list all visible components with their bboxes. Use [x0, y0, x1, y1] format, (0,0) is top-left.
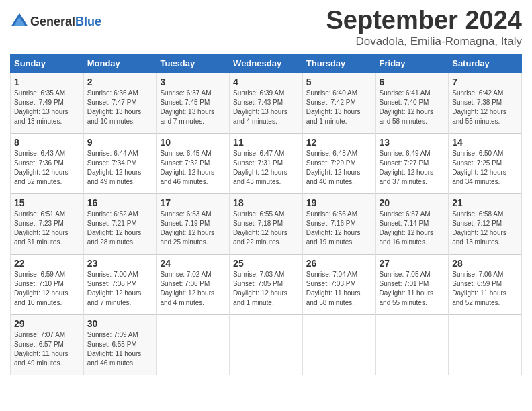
day-number: 23	[87, 258, 153, 269]
day-number: 19	[306, 197, 372, 208]
day-number: 18	[233, 197, 299, 208]
table-row: 11 Sunrise: 6:47 AMSunset: 7:31 PMDaylig…	[230, 133, 303, 193]
table-row: 7 Sunrise: 6:42 AMSunset: 7:38 PMDayligh…	[449, 73, 522, 133]
table-row: 26 Sunrise: 7:04 AMSunset: 7:03 PMDaylig…	[302, 254, 375, 314]
day-number: 28	[452, 258, 518, 269]
table-row: 14 Sunrise: 6:50 AMSunset: 7:25 PMDaylig…	[449, 133, 522, 193]
day-info: Sunrise: 6:55 AMSunset: 7:18 PMDaylight:…	[233, 210, 299, 247]
day-number: 12	[306, 137, 372, 148]
day-info: Sunrise: 7:02 AMSunset: 7:06 PMDaylight:…	[160, 270, 226, 308]
day-number: 8	[14, 137, 80, 148]
day-number: 14	[452, 137, 518, 148]
day-info: Sunrise: 7:09 AMSunset: 6:55 PMDaylight:…	[87, 330, 153, 368]
header-wednesday: Wednesday	[230, 54, 303, 73]
day-number: 22	[14, 258, 80, 269]
day-number: 3	[160, 77, 226, 87]
table-row: 2 Sunrise: 6:36 AMSunset: 7:47 PMDayligh…	[83, 73, 157, 133]
day-info: Sunrise: 6:52 AMSunset: 7:21 PMDaylight:…	[87, 210, 153, 247]
day-number: 11	[233, 137, 299, 148]
day-number: 27	[380, 258, 445, 269]
day-number: 20	[380, 197, 445, 208]
day-number: 1	[14, 77, 80, 87]
weekday-header-row: Sunday Monday Tuesday Wednesday Thursday…	[11, 54, 522, 73]
title-area: September 2024 Dovadola, Emilia-Romagna,…	[326, 7, 523, 48]
calendar-week-row: 29 Sunrise: 7:07 AMSunset: 6:57 PMDaylig…	[11, 314, 522, 375]
day-number: 5	[306, 77, 372, 87]
day-info: Sunrise: 6:37 AMSunset: 7:45 PMDaylight:…	[160, 89, 226, 126]
day-info: Sunrise: 7:07 AMSunset: 6:57 PMDaylight:…	[14, 330, 80, 368]
table-row	[302, 314, 375, 375]
table-row: 10 Sunrise: 6:45 AMSunset: 7:32 PMDaylig…	[157, 133, 230, 193]
table-row: 4 Sunrise: 6:39 AMSunset: 7:43 PMDayligh…	[230, 73, 303, 133]
day-number: 15	[14, 197, 80, 208]
table-row	[449, 314, 522, 375]
table-row: 15 Sunrise: 6:51 AMSunset: 7:23 PMDaylig…	[11, 193, 84, 254]
page-header: GeneralBlue September 2024 Dovadola, Emi…	[10, 7, 522, 48]
logo-icon	[10, 12, 29, 31]
day-number: 2	[87, 77, 153, 87]
table-row: 8 Sunrise: 6:43 AMSunset: 7:36 PMDayligh…	[11, 133, 84, 193]
table-row: 28 Sunrise: 7:06 AMSunset: 6:59 PMDaylig…	[449, 254, 522, 314]
day-info: Sunrise: 7:03 AMSunset: 7:05 PMDaylight:…	[233, 270, 299, 308]
header-tuesday: Tuesday	[157, 54, 230, 73]
calendar-week-row: 22 Sunrise: 6:59 AMSunset: 7:10 PMDaylig…	[11, 254, 522, 314]
table-row	[230, 314, 303, 375]
day-info: Sunrise: 6:58 AMSunset: 7:12 PMDaylight:…	[452, 210, 518, 247]
day-info: Sunrise: 7:05 AMSunset: 7:01 PMDaylight:…	[380, 270, 445, 308]
month-title: September 2024	[326, 7, 523, 35]
day-info: Sunrise: 6:39 AMSunset: 7:43 PMDaylight:…	[233, 89, 299, 126]
day-number: 30	[87, 318, 153, 329]
table-row: 9 Sunrise: 6:44 AMSunset: 7:34 PMDayligh…	[83, 133, 157, 193]
day-number: 29	[14, 318, 80, 329]
day-info: Sunrise: 6:35 AMSunset: 7:49 PMDaylight:…	[14, 89, 80, 126]
table-row: 1 Sunrise: 6:35 AMSunset: 7:49 PMDayligh…	[11, 73, 84, 133]
location-title: Dovadola, Emilia-Romagna, Italy	[326, 35, 523, 48]
header-friday: Friday	[375, 54, 449, 73]
day-info: Sunrise: 6:53 AMSunset: 7:19 PMDaylight:…	[160, 210, 226, 247]
logo-text-general: General	[30, 15, 75, 28]
table-row: 17 Sunrise: 6:53 AMSunset: 7:19 PMDaylig…	[157, 193, 230, 254]
table-row: 16 Sunrise: 6:52 AMSunset: 7:21 PMDaylig…	[83, 193, 157, 254]
table-row: 18 Sunrise: 6:55 AMSunset: 7:18 PMDaylig…	[230, 193, 303, 254]
table-row: 19 Sunrise: 6:56 AMSunset: 7:16 PMDaylig…	[302, 193, 375, 254]
calendar-table: Sunday Monday Tuesday Wednesday Thursday…	[10, 54, 522, 375]
header-sunday: Sunday	[11, 54, 84, 73]
day-info: Sunrise: 6:45 AMSunset: 7:32 PMDaylight:…	[160, 149, 226, 187]
day-info: Sunrise: 7:04 AMSunset: 7:03 PMDaylight:…	[306, 270, 372, 308]
day-info: Sunrise: 6:59 AMSunset: 7:10 PMDaylight:…	[14, 270, 80, 308]
table-row: 12 Sunrise: 6:48 AMSunset: 7:29 PMDaylig…	[302, 133, 375, 193]
day-number: 26	[306, 258, 372, 269]
day-number: 24	[160, 258, 226, 269]
logo: GeneralBlue	[10, 12, 101, 31]
day-info: Sunrise: 6:48 AMSunset: 7:29 PMDaylight:…	[306, 149, 372, 187]
table-row: 30 Sunrise: 7:09 AMSunset: 6:55 PMDaylig…	[83, 314, 157, 375]
day-info: Sunrise: 6:49 AMSunset: 7:27 PMDaylight:…	[380, 149, 445, 187]
day-number: 10	[160, 137, 226, 148]
table-row: 23 Sunrise: 7:00 AMSunset: 7:08 PMDaylig…	[83, 254, 157, 314]
day-info: Sunrise: 6:44 AMSunset: 7:34 PMDaylight:…	[87, 149, 153, 187]
day-info: Sunrise: 6:56 AMSunset: 7:16 PMDaylight:…	[306, 210, 372, 247]
header-thursday: Thursday	[302, 54, 375, 73]
day-info: Sunrise: 6:43 AMSunset: 7:36 PMDaylight:…	[14, 149, 80, 187]
table-row	[157, 314, 230, 375]
day-number: 7	[452, 77, 518, 87]
day-number: 13	[380, 137, 445, 148]
header-saturday: Saturday	[449, 54, 522, 73]
day-info: Sunrise: 6:41 AMSunset: 7:40 PMDaylight:…	[380, 89, 445, 126]
day-info: Sunrise: 6:42 AMSunset: 7:38 PMDaylight:…	[452, 89, 518, 126]
calendar-week-row: 8 Sunrise: 6:43 AMSunset: 7:36 PMDayligh…	[11, 133, 522, 193]
day-number: 16	[87, 197, 153, 208]
table-row: 25 Sunrise: 7:03 AMSunset: 7:05 PMDaylig…	[230, 254, 303, 314]
day-number: 25	[233, 258, 299, 269]
table-row: 3 Sunrise: 6:37 AMSunset: 7:45 PMDayligh…	[157, 73, 230, 133]
day-info: Sunrise: 7:06 AMSunset: 6:59 PMDaylight:…	[452, 270, 518, 308]
day-info: Sunrise: 6:50 AMSunset: 7:25 PMDaylight:…	[452, 149, 518, 187]
day-number: 9	[87, 137, 153, 148]
table-row: 6 Sunrise: 6:41 AMSunset: 7:40 PMDayligh…	[375, 73, 449, 133]
day-info: Sunrise: 6:40 AMSunset: 7:42 PMDaylight:…	[306, 89, 372, 126]
logo-text-blue: Blue	[75, 15, 101, 28]
day-number: 4	[233, 77, 299, 87]
table-row: 13 Sunrise: 6:49 AMSunset: 7:27 PMDaylig…	[375, 133, 449, 193]
table-row: 21 Sunrise: 6:58 AMSunset: 7:12 PMDaylig…	[449, 193, 522, 254]
day-info: Sunrise: 6:47 AMSunset: 7:31 PMDaylight:…	[233, 149, 299, 187]
